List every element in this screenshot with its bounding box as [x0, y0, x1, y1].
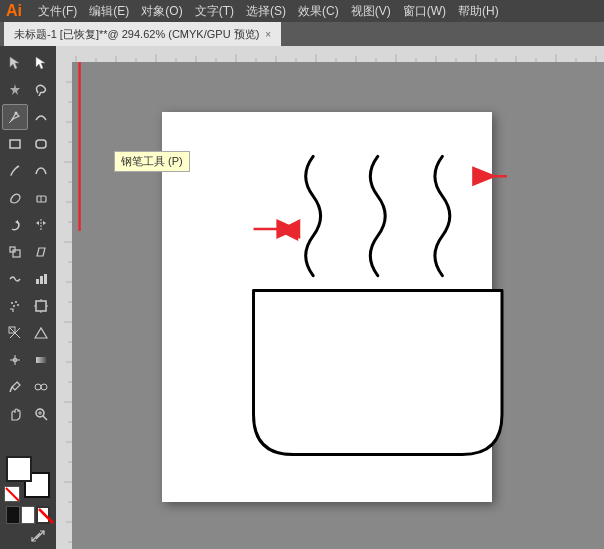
tool-row-3 — [2, 104, 54, 130]
swap-colors-icon[interactable] — [28, 529, 48, 543]
tab-close-button[interactable]: × — [265, 29, 271, 40]
tool-row-14 — [2, 401, 54, 427]
svg-line-3 — [39, 92, 41, 96]
pen-tool[interactable] — [2, 104, 28, 130]
none-color-swatch[interactable] — [36, 506, 50, 524]
svg-rect-6 — [10, 140, 20, 148]
hand-tool[interactable] — [2, 401, 28, 427]
tool-row-7 — [2, 212, 54, 238]
tool-row-9 — [2, 266, 54, 292]
ruler-horizontal — [56, 46, 604, 62]
smooth-tool[interactable] — [29, 158, 55, 184]
mesh-tool[interactable] — [2, 347, 28, 373]
tool-row-11 — [2, 320, 54, 346]
scale-tool[interactable] — [2, 239, 28, 265]
svg-marker-13 — [43, 221, 46, 225]
artboard-tool[interactable] — [29, 293, 55, 319]
lasso-tool[interactable] — [29, 77, 55, 103]
ruler-vertical — [56, 62, 72, 549]
menu-text[interactable]: 文字(T) — [195, 3, 234, 20]
tool-row-6 — [2, 185, 54, 211]
black-swatch[interactable] — [6, 506, 20, 524]
reflect-tool[interactable] — [29, 212, 55, 238]
svg-rect-7 — [36, 140, 46, 148]
menu-view[interactable]: 视图(V) — [351, 3, 391, 20]
color-controls — [2, 450, 54, 545]
menu-file[interactable]: 文件(F) — [38, 3, 77, 20]
curvature-tool[interactable] — [29, 104, 54, 130]
app-logo: Ai — [6, 2, 22, 20]
svg-line-31 — [10, 387, 12, 392]
tool-row-4 — [2, 131, 54, 157]
svg-rect-43 — [56, 46, 604, 62]
direct-select-tool[interactable] — [29, 50, 55, 76]
magic-wand-tool[interactable] — [2, 77, 28, 103]
svg-rect-30 — [36, 357, 46, 363]
tool-row-10 — [2, 293, 54, 319]
menu-window[interactable]: 窗口(W) — [403, 3, 446, 20]
shear-tool[interactable] — [29, 239, 55, 265]
svg-point-19 — [11, 302, 13, 304]
svg-point-20 — [15, 301, 17, 303]
eraser-tool[interactable] — [29, 185, 55, 211]
menu-select[interactable]: 选择(S) — [246, 3, 286, 20]
column-chart-tool[interactable] — [29, 266, 55, 292]
select-tool[interactable] — [2, 50, 28, 76]
svg-rect-71 — [56, 62, 72, 549]
canvas-area[interactable]: 钢笔工具 (P) — [56, 46, 604, 549]
menu-help[interactable]: 帮助(H) — [458, 3, 499, 20]
svg-marker-10 — [15, 220, 18, 224]
svg-rect-14 — [13, 250, 20, 257]
document-tab[interactable]: 未标题-1 [已恢复]**@ 294.62% (CMYK/GPU 预览) × — [4, 22, 281, 46]
zoom-tool[interactable] — [29, 401, 55, 427]
svg-rect-17 — [40, 276, 43, 284]
white-swatch[interactable] — [21, 506, 35, 524]
toolbox — [0, 46, 56, 549]
tool-row-8 — [2, 239, 54, 265]
tool-row-13 — [2, 374, 54, 400]
tool-row-5 — [2, 158, 54, 184]
svg-marker-0 — [10, 57, 19, 69]
menu-effect[interactable]: 效果(C) — [298, 3, 339, 20]
svg-rect-16 — [36, 279, 39, 284]
tab-bar: 未标题-1 [已恢复]**@ 294.62% (CMYK/GPU 预览) × — [0, 22, 604, 46]
svg-point-22 — [17, 304, 19, 306]
svg-point-32 — [35, 384, 41, 390]
svg-marker-2 — [10, 84, 20, 95]
tool-row-1 — [2, 50, 54, 76]
warp-tool[interactable] — [2, 266, 28, 292]
tab-title: 未标题-1 [已恢复]**@ 294.62% (CMYK/GPU 预览) — [14, 27, 259, 42]
artwork-svg — [72, 62, 604, 549]
svg-rect-23 — [36, 301, 46, 311]
menu-object[interactable]: 对象(O) — [141, 3, 182, 20]
svg-point-33 — [41, 384, 47, 390]
slice-tool[interactable] — [2, 320, 28, 346]
rect-tool[interactable] — [2, 131, 28, 157]
artboard-container[interactable] — [72, 62, 604, 549]
svg-rect-18 — [44, 274, 47, 284]
svg-line-4 — [9, 121, 11, 123]
svg-marker-1 — [36, 57, 45, 69]
none-swatch[interactable] — [4, 486, 20, 502]
rotate-tool[interactable] — [2, 212, 28, 238]
perspective-tool[interactable] — [29, 320, 55, 346]
gradient-tool[interactable] — [29, 347, 55, 373]
rounded-rect-tool[interactable] — [29, 131, 55, 157]
svg-point-5 — [14, 112, 17, 115]
svg-line-39 — [6, 488, 20, 502]
svg-point-21 — [13, 305, 15, 307]
tool-row-12 — [2, 347, 54, 373]
tool-row-2 — [2, 77, 54, 103]
svg-line-40 — [39, 509, 53, 523]
svg-marker-12 — [36, 221, 39, 225]
blob-brush-tool[interactable] — [2, 185, 28, 211]
blend-tool[interactable] — [29, 374, 55, 400]
svg-line-36 — [43, 416, 47, 420]
symbol-sprayer-tool[interactable] — [2, 293, 28, 319]
menu-edit[interactable]: 编辑(E) — [89, 3, 129, 20]
pencil-tool[interactable] — [2, 158, 28, 184]
fill-swatch[interactable] — [6, 456, 32, 482]
eyedropper-tool[interactable] — [2, 374, 28, 400]
menu-bar: Ai 文件(F) 编辑(E) 对象(O) 文字(T) 选择(S) 效果(C) 视… — [0, 0, 604, 22]
main-layout: 钢笔工具 (P) — [0, 46, 604, 549]
